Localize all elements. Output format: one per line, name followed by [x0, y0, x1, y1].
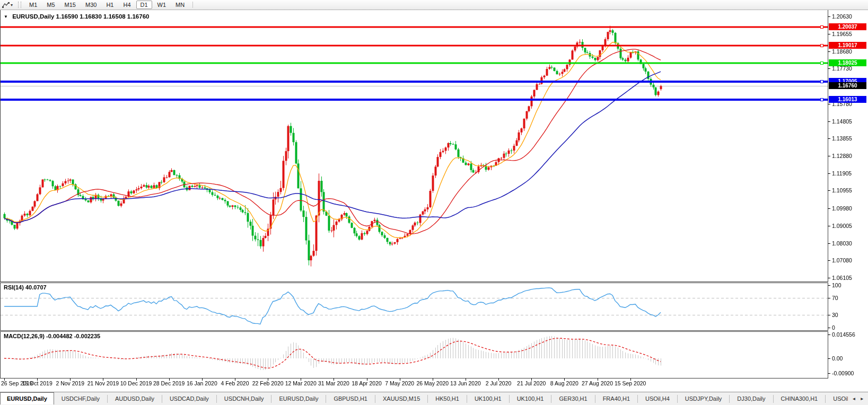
chart-tab-usdcad-daily[interactable]: USDCAD,Daily — [162, 395, 217, 403]
date-axis-label: 10 Dec 2019 — [120, 380, 152, 386]
tab-scroll-controls: ◄ ► — [848, 392, 868, 405]
timeframe-buttons: M1M5M15M30H1H4D1W1MN — [24, 1, 189, 9]
date-axis-label: 4 Feb 2020 — [221, 380, 249, 386]
price-axis-tick: 1.10955 — [832, 187, 852, 193]
timeframe-button-m1[interactable]: M1 — [25, 1, 41, 9]
chart-tab-audusd-daily[interactable]: AUDUSD,Daily — [108, 395, 162, 403]
toolbar-grip-handle[interactable] — [18, 2, 21, 8]
price-axis-tick: 1.07080 — [832, 257, 852, 263]
price-axis-tick: 1.13855 — [832, 135, 852, 142]
timeframe-button-m15[interactable]: M15 — [60, 1, 80, 9]
date-axis-label: 7 May 2020 — [385, 380, 414, 386]
date-axis-label: 15 Sep 2020 — [615, 380, 646, 386]
chart-tab-bar: EURUSD,DailyUSDCHF,DailyAUDUSD,DailyUSDC… — [0, 392, 868, 405]
chart-dropdown-icon[interactable]: ▼ — [4, 14, 8, 19]
hline-price-badge[interactable]: 1.16013 — [829, 96, 866, 103]
date-axis-label: 16 Jan 2020 — [187, 380, 217, 386]
price-axis-tick: 1.14805 — [832, 118, 852, 125]
rsi-indicator-label: RSI(14) 40.0707 — [4, 284, 47, 290]
line-studies-dropdown-icon[interactable]: ▾ — [11, 3, 13, 7]
price-axis-tick: 1.09005 — [832, 223, 852, 229]
chart-title: ▼ EURUSD,Daily 1.16590 1.16830 1.16508 1… — [4, 13, 149, 20]
date-axis-label: 2 Jul 2020 — [486, 380, 511, 386]
price-axis-tick: 1.12880 — [832, 153, 852, 159]
date-axis-label: 28 Dec 2019 — [153, 380, 185, 386]
rsi-axis-tick: 100 — [832, 282, 841, 288]
timeframe-button-m5[interactable]: M5 — [42, 1, 59, 9]
chart-tab-eurusd-daily[interactable]: EURUSD,Daily — [271, 395, 326, 403]
chart-tab-hk50-h1[interactable]: HK50,H1 — [428, 395, 467, 403]
chart-tab-china300-h1[interactable]: CHINA300,H1 — [774, 395, 826, 403]
timeframe-toolbar: ▾ M1M5M15M30H1H4D1W1MN — [0, 0, 868, 10]
date-axis-label: 31 Mar 2020 — [318, 380, 349, 386]
chart-tab-uk100-h1[interactable]: UK100,H1 — [467, 395, 510, 403]
timeframe-button-w1[interactable]: W1 — [153, 1, 171, 9]
chart-ohlc-values: 1.16590 1.16830 1.16508 1.16760 — [56, 13, 150, 20]
tab-scroll-left-icon[interactable]: ◄ — [852, 397, 856, 401]
chart-tab-usdjpy-daily[interactable]: USDJPY,Daily — [678, 395, 730, 403]
chart-tab-uk100-h1[interactable]: UK100,H1 — [510, 395, 552, 403]
date-axis-label: 13 Jun 2020 — [450, 380, 481, 386]
macd-indicator-label: MACD(12,26,9) -0.004482 -0.002235 — [4, 333, 100, 339]
rsi-axis-tick: 70 — [832, 295, 838, 301]
hline-price-badge[interactable]: 1.19017 — [829, 42, 866, 49]
timeframe-button-h1[interactable]: H1 — [102, 1, 118, 9]
line-studies-icon[interactable] — [2, 2, 10, 8]
price-axis-tick: 1.09980 — [832, 205, 852, 212]
macd-axis-tick: 0.00 — [832, 355, 843, 362]
date-axis-label: 22 Feb 2020 — [252, 380, 284, 386]
hline-price-badge[interactable]: 1.18025 — [829, 59, 866, 66]
chart-tab-gbpusd-h1[interactable]: GBPUSD,H1 — [326, 395, 375, 403]
price-axis-tick: 1.06105 — [832, 275, 852, 281]
chart-tab-eurusd-daily[interactable]: EURUSD,Daily — [0, 392, 54, 404]
timeframe-button-m30[interactable]: M30 — [81, 1, 101, 9]
macd-axis-tick: -0.00900 — [832, 370, 854, 376]
rsi-axis-tick: 30 — [832, 312, 838, 318]
date-axis-label: 18 Apr 2020 — [352, 380, 382, 386]
chart-tab-xauusd-m15[interactable]: XAUUSD,M15 — [375, 395, 428, 403]
price-chart-canvas[interactable] — [0, 0, 868, 405]
price-axis-tick: 1.11905 — [832, 170, 852, 177]
chart-tab-usdchf-daily[interactable]: USDCHF,Daily — [54, 395, 108, 403]
date-axis-label: 27 Aug 2020 — [582, 380, 613, 386]
rsi-axis-tick: 0 — [832, 324, 835, 331]
chart-symbol-label: EURUSD,Daily — [12, 13, 54, 20]
current-price-badge: 1.16760 — [829, 82, 866, 89]
date-axis-label: 8 Aug 2020 — [550, 380, 578, 386]
price-axis-tick: 1.19655 — [832, 31, 852, 37]
toolbar-separator — [192, 2, 193, 8]
date-axis-label: 26 May 2020 — [416, 380, 449, 386]
price-axis-tick: 1.20630 — [832, 13, 852, 20]
chart-tab-ger30-h1[interactable]: GER30,H1 — [551, 395, 595, 403]
chart-tab-fra40-h1[interactable]: FRA40,H1 — [595, 395, 638, 403]
date-axis-label: 12 Mar 2020 — [285, 380, 317, 386]
price-axis-tick: 1.08030 — [832, 240, 852, 246]
timeframe-button-mn[interactable]: MN — [171, 1, 189, 9]
timeframe-button-h4[interactable]: H4 — [119, 1, 135, 9]
date-axis-label: 2 Nov 2019 — [56, 380, 84, 386]
price-axis-tick: 1.18680 — [832, 48, 852, 55]
date-axis-label: 21 Nov 2019 — [87, 380, 119, 386]
chart-tab-dj30-daily[interactable]: DJ30,Daily — [730, 395, 773, 403]
chart-tab-usoil-h4[interactable]: USOil,H4 — [638, 395, 678, 403]
macd-axis-tick: 0.014556 — [832, 331, 855, 338]
trading-app-window: ▾ M1M5M15M30H1H4D1W1MN ▼ EURUSD,Daily 1.… — [0, 0, 868, 405]
timeframe-button-d1[interactable]: D1 — [136, 1, 152, 9]
tab-scroll-right-icon[interactable]: ► — [860, 397, 864, 401]
date-axis-label: 15 Oct 2019 — [22, 380, 52, 386]
hline-price-badge[interactable]: 1.20037 — [829, 23, 866, 30]
chart-tab-usdcnh-daily[interactable]: USDCNH,Daily — [217, 395, 272, 403]
date-axis-label: 21 Jul 2020 — [517, 380, 546, 386]
